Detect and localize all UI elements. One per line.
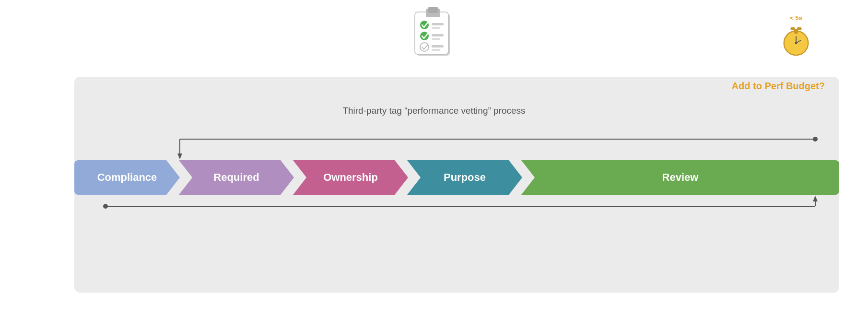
timer-icon: [782, 24, 810, 57]
chevron-purpose: Purpose: [407, 160, 522, 195]
svg-rect-15: [794, 29, 798, 34]
process-label: Third-party tag “performance vetting” pr…: [342, 106, 525, 116]
svg-rect-16: [790, 27, 795, 30]
arrows-row: Compliance Required Ownership Purpose Re…: [74, 158, 839, 197]
chevron-required: Required: [179, 160, 294, 195]
svg-rect-6: [432, 27, 440, 29]
svg-rect-12: [432, 49, 440, 51]
chevron-review: Review: [521, 160, 839, 195]
svg-rect-3: [428, 7, 438, 13]
page-container: < 5s Add to Perf Budget? Third-party tag…: [0, 0, 868, 331]
timer-container: < 5s: [782, 14, 810, 57]
timer-label: < 5s: [790, 14, 802, 22]
perf-budget-label: Add to Perf Budget?: [732, 81, 825, 92]
svg-point-20: [795, 42, 798, 44]
chevron-compliance: Compliance: [74, 160, 180, 195]
svg-rect-11: [432, 45, 444, 47]
svg-rect-8: [432, 34, 444, 36]
svg-point-4: [420, 21, 429, 29]
clipboard-icon: [412, 5, 456, 58]
svg-point-7: [420, 32, 429, 40]
chevron-ownership: Ownership: [293, 160, 408, 195]
svg-rect-9: [432, 38, 440, 40]
svg-rect-17: [797, 27, 802, 30]
svg-rect-5: [432, 23, 444, 25]
